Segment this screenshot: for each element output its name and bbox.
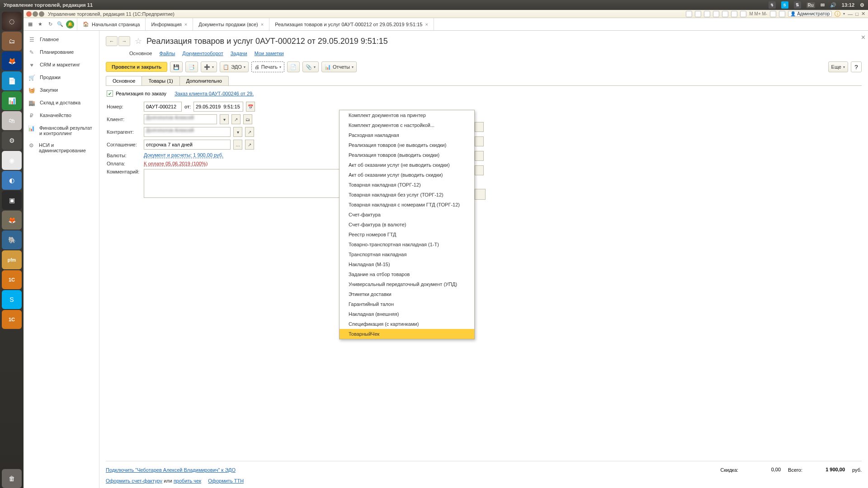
apps-icon[interactable]: ▦	[26, 20, 34, 28]
number-input[interactable]	[144, 102, 182, 112]
tool5-icon[interactable]	[722, 11, 728, 17]
favorite-icon[interactable]: ☆	[135, 36, 142, 46]
print-item[interactable]: Реализация товаров (выводить скидки)	[340, 150, 474, 160]
nav-sales[interactable]: 🛒Продажи	[24, 71, 99, 84]
trash-icon[interactable]: 🗑	[2, 469, 22, 488]
app-close-icon[interactable]: ✕	[861, 11, 865, 17]
subtab-notes[interactable]: Мои заметки	[255, 51, 284, 56]
help-button[interactable]: ?	[851, 61, 862, 72]
nav-finance[interactable]: 📊Финансовый результат и контроллинг	[24, 122, 99, 139]
invoice-link[interactable]: Оформить счет-фактуру	[106, 478, 162, 483]
keyboard-lang[interactable]: Ru	[807, 2, 815, 8]
print-item[interactable]: Комплект документов на принтер	[340, 110, 474, 120]
print-item[interactable]: Товарная накладная с номерами ГТД (ТОРГ-…	[340, 200, 474, 210]
clock[interactable]: 13:12	[842, 2, 854, 8]
dash-icon[interactable]: ◌	[2, 12, 22, 31]
updown-icon[interactable]: ⇅	[794, 1, 801, 9]
stub3[interactable]	[475, 151, 484, 161]
firefox-icon[interactable]: 🦊	[2, 52, 22, 70]
mail-icon[interactable]: ✉	[821, 2, 825, 8]
print-item[interactable]: Расходная накладная	[340, 130, 474, 140]
copy-tool-icon[interactable]	[695, 11, 701, 17]
print-item[interactable]: Акт об оказании услуг (выводить скидки)	[340, 170, 474, 180]
by-order-checkbox[interactable]: ✔	[107, 90, 113, 97]
print-item[interactable]: Товарно-транспортная накладная (1-Т)	[340, 239, 474, 249]
print-item[interactable]: Товарная накладная (ТОРГ-12)	[340, 180, 474, 190]
volume-icon[interactable]: 🔊	[830, 2, 836, 8]
stub4[interactable]	[475, 165, 484, 175]
edo-button[interactable]: 📋 ЭДО ▾	[220, 61, 249, 72]
agreement-input[interactable]	[144, 140, 231, 150]
ttn-link[interactable]: Оформить ТТН	[208, 478, 244, 483]
star-icon[interactable]: ★	[36, 20, 44, 28]
nav-planning[interactable]: ✎Планирование	[24, 46, 99, 59]
print-item[interactable]: Счет-фактура	[340, 210, 474, 220]
app-min-icon[interactable]: —	[848, 11, 853, 17]
close-icon[interactable]: ×	[425, 22, 428, 27]
1c-icon[interactable]: 1C	[2, 270, 22, 289]
subtab-main[interactable]: Основное	[129, 51, 152, 56]
currency-link[interactable]: Документ и расчеты: 1 900,00 руб.	[144, 152, 223, 158]
stub1[interactable]	[475, 122, 484, 132]
tab-current-doc[interactable]: Реализация товаров и услуг 0АУТ-000212 о…	[269, 18, 434, 30]
1c2-icon[interactable]: 1C	[2, 310, 22, 329]
print-item[interactable]: Акт об оказании услуг (не выводить скидк…	[340, 160, 474, 170]
nav-crm[interactable]: ♥CRM и маркетинг	[24, 59, 99, 71]
calc-icon[interactable]: 📊	[2, 91, 22, 110]
power-icon[interactable]: ⚙	[860, 2, 864, 8]
subtab-docflow[interactable]: Документооборот	[182, 51, 223, 56]
client-input[interactable]: Долгополов Алексей	[144, 114, 217, 124]
subtab-tasks[interactable]: Задачи	[231, 51, 247, 56]
info-icon[interactable]: i	[835, 11, 840, 17]
ftab-goods[interactable]: Товары (1)	[142, 76, 179, 85]
window-close-icon[interactable]	[26, 11, 32, 17]
print-item[interactable]: Комплект документов с настройкой...	[340, 120, 474, 130]
nav-warehouse[interactable]: 🏬Склад и доставка	[24, 97, 99, 109]
ftab-extra[interactable]: Дополнительно	[179, 76, 229, 85]
save-button[interactable]: 💾	[170, 61, 183, 72]
kontragent-input[interactable]: Долгополов Алексей	[144, 127, 231, 137]
card-icon[interactable]: 🗂	[243, 114, 252, 124]
post-button[interactable]: 📑	[185, 61, 198, 72]
dolphin-icon[interactable]: ◐	[2, 171, 22, 190]
print-tool-icon[interactable]	[686, 11, 692, 17]
print-item[interactable]: Этикетки доставки	[340, 289, 474, 299]
files-icon[interactable]: 🗂	[2, 32, 22, 51]
search-icon[interactable]: 🔍	[56, 20, 64, 28]
window-min-icon[interactable]	[33, 11, 38, 17]
print-item[interactable]: Спецификация (с картинками)	[340, 319, 474, 329]
subtab-files[interactable]: Файлы	[159, 51, 175, 56]
list-button[interactable]: 📄	[287, 61, 300, 72]
search-tool-icon[interactable]	[704, 11, 710, 17]
date-input[interactable]	[193, 102, 243, 112]
print-item[interactable]: Накладная (М-15)	[340, 259, 474, 269]
chrome-icon[interactable]: ◉	[2, 151, 22, 170]
software-icon[interactable]: 🛍	[2, 111, 22, 130]
pfm-icon[interactable]: pfm	[2, 250, 22, 269]
calendar-icon[interactable]: 📅	[246, 102, 255, 112]
postgres-icon[interactable]: 🐘	[2, 230, 22, 249]
nav-treasury[interactable]: ₽Казначейство	[24, 109, 99, 122]
nav-admin[interactable]: ⚙НСИ и администрирование	[24, 139, 99, 156]
tool9-icon[interactable]	[779, 11, 785, 17]
open-icon[interactable]: ↗	[245, 140, 254, 150]
open-icon[interactable]: ↗	[231, 114, 241, 124]
receipt-link[interactable]: пробить чек	[174, 478, 201, 483]
payment-link[interactable]: К оплате 05.06.2019 (100%)	[144, 161, 208, 166]
print-item[interactable]: Универсальный передаточный документ (УПД…	[340, 279, 474, 289]
print-item[interactable]: Транспортная накладная	[340, 249, 474, 259]
create-based-button[interactable]: ➕▾	[201, 61, 217, 72]
bell-icon[interactable]: 🔔	[66, 20, 74, 28]
attach-button[interactable]: 📎▾	[302, 61, 319, 72]
close-icon[interactable]: ×	[184, 22, 187, 27]
history-icon[interactable]: ↻	[46, 20, 54, 28]
app-max-icon[interactable]: □	[855, 11, 859, 17]
window-max-icon[interactable]	[39, 11, 44, 17]
stub5[interactable]	[475, 189, 486, 200]
writer-icon[interactable]: 📄	[2, 71, 22, 90]
open-icon[interactable]: ↗	[245, 127, 254, 137]
edo-connect-link[interactable]: Подключить "Чеботарев Алексей Владимиров…	[106, 467, 236, 473]
reports-button[interactable]: 📊 Отчеты ▾	[321, 61, 357, 72]
ftab-main[interactable]: Основное	[106, 76, 142, 85]
stub2[interactable]	[475, 136, 484, 146]
